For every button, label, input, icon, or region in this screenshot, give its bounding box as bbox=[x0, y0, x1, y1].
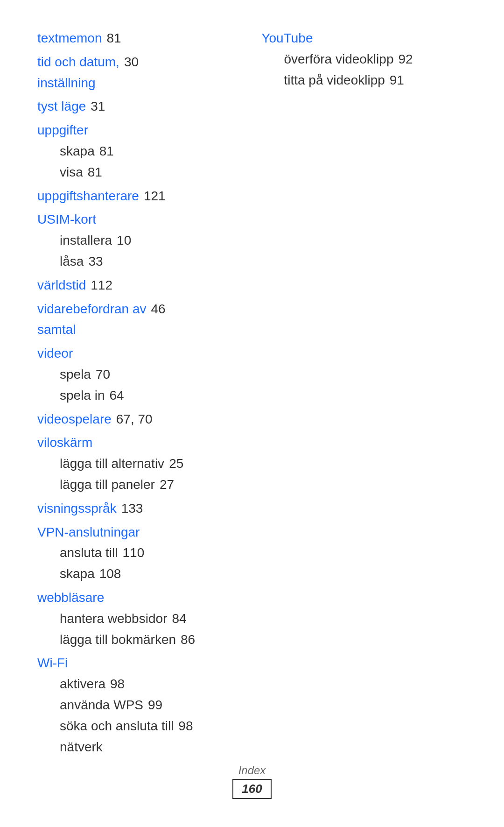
entry-sub-vpn: ansluta till 110 skapa 108 bbox=[37, 543, 233, 585]
sub-label-skapa-vpn: skapa bbox=[60, 564, 95, 585]
entry-varldstid: världstid 112 bbox=[37, 275, 233, 296]
entry-sub-wifi: aktivera 98 använda WPS 99 söka och ansl… bbox=[37, 674, 233, 757]
sub-label-lagga-till-alternativ: lägga till alternativ bbox=[60, 453, 164, 474]
index-columns: textmemon 81 tid och datum,inställning 3… bbox=[37, 28, 467, 760]
sub-label-lagga-till-bokmarken: lägga till bokmärken bbox=[60, 629, 176, 650]
sub-number-skapa: 81 bbox=[99, 141, 114, 162]
entry-viloskarm: viloskärm lägga till alternativ 25 lägga… bbox=[37, 432, 233, 495]
entry-tid-och-datum: tid och datum,inställning 30 bbox=[37, 52, 233, 94]
sub-label-installera: installera bbox=[60, 230, 112, 251]
entry-sub-usim: installera 10 låsa 33 bbox=[37, 230, 233, 272]
entry-label-youtube: YouTube bbox=[261, 28, 313, 49]
sub-label-soka: söka och ansluta tillnätverk bbox=[60, 716, 174, 758]
entry-label-videospelare: videospelare bbox=[37, 409, 112, 430]
entry-label-visningssprak: visningsspråk bbox=[37, 498, 117, 519]
entry-sub-uppgifter: skapa 81 visa 81 bbox=[37, 141, 233, 183]
sub-number-lagga-till-paneler: 27 bbox=[160, 474, 174, 495]
entry-visningssprak: visningsspråk 133 bbox=[37, 498, 233, 519]
sub-label-titta: titta på videoklipp bbox=[284, 70, 385, 91]
sub-number-skapa-vpn: 108 bbox=[99, 564, 121, 585]
sub-number-titta: 91 bbox=[390, 70, 404, 91]
entry-label-vpn: VPN-anslutningar bbox=[37, 522, 140, 543]
entry-vidarebefordran: vidarebefordran avsamtal 46 bbox=[37, 299, 233, 341]
sub-label-anvanda-wps: använda WPS bbox=[60, 695, 143, 716]
entry-wifi: Wi-Fi aktivera 98 använda WPS 99 söka oc… bbox=[37, 653, 233, 757]
sub-number-ansluta-till: 110 bbox=[123, 543, 145, 564]
sub-label-spela-in: spela in bbox=[60, 385, 105, 406]
entry-videor: videor spela 70 spela in 64 bbox=[37, 343, 233, 406]
entry-label-tyst: tyst läge bbox=[37, 96, 86, 117]
entry-label-webblesare: webbläsare bbox=[37, 587, 104, 608]
entry-label-viloskarm: viloskärm bbox=[37, 432, 92, 453]
sub-number-lagga-till-alternativ: 25 bbox=[169, 453, 183, 474]
sub-number-lagga-till-bokmarken: 86 bbox=[181, 629, 195, 650]
sub-label-aktivera: aktivera bbox=[60, 674, 105, 695]
sub-number-installera: 10 bbox=[117, 230, 131, 251]
entry-uppgifter: uppgifter skapa 81 visa 81 bbox=[37, 120, 233, 183]
sub-number-spela: 70 bbox=[96, 364, 110, 385]
entry-label-vidarebefordran: vidarebefordran avsamtal bbox=[37, 299, 146, 341]
entry-number-uppgiftshanterare: 121 bbox=[144, 186, 166, 207]
sub-label-ansluta-till: ansluta till bbox=[60, 543, 118, 564]
sub-label-spela: spela bbox=[60, 364, 91, 385]
entry-number-vidarebefordran: 46 bbox=[151, 299, 165, 320]
entry-youtube: YouTube överföra videoklipp 92 titta på … bbox=[261, 28, 467, 91]
entry-textmemon: textmemon 81 bbox=[37, 28, 233, 49]
entry-label-tid: tid och datum,inställning bbox=[37, 52, 119, 94]
page-footer: Index 160 bbox=[0, 764, 504, 799]
entry-usim-kort: USIM-kort installera 10 låsa 33 bbox=[37, 209, 233, 272]
sub-number-lasa: 33 bbox=[88, 251, 103, 272]
entry-label-uppgiftshanterare: uppgiftshanterare bbox=[37, 186, 139, 207]
sub-label-lasa: låsa bbox=[60, 251, 84, 272]
entry-label-videor: videor bbox=[37, 343, 73, 364]
sub-label-hantera-webbsidor: hantera webbsidor bbox=[60, 608, 167, 629]
sub-number-aktivera: 98 bbox=[110, 674, 125, 695]
entry-number-tyst: 31 bbox=[91, 96, 105, 117]
entry-number-videospelare: 67, 70 bbox=[116, 409, 153, 430]
entry-label-usim: USIM-kort bbox=[37, 209, 96, 230]
entry-webblesare: webbläsare hantera webbsidor 84 lägga ti… bbox=[37, 587, 233, 650]
sub-number-visa: 81 bbox=[88, 162, 102, 183]
entry-videospelare: videospelare 67, 70 bbox=[37, 409, 233, 430]
footer-page-number: 160 bbox=[232, 779, 271, 799]
sub-label-skapa: skapa bbox=[60, 141, 95, 162]
sub-label-visa: visa bbox=[60, 162, 83, 183]
entry-label-textmemon: textmemon bbox=[37, 28, 102, 49]
sub-number-hantera-webbsidor: 84 bbox=[172, 608, 186, 629]
sub-number-spela-in: 64 bbox=[110, 385, 124, 406]
footer-label: Index bbox=[238, 764, 266, 777]
entry-number-varldstid: 112 bbox=[91, 275, 112, 296]
sub-label-overfora: överföra videoklipp bbox=[284, 49, 393, 70]
entry-uppgiftshanterare: uppgiftshanterare 121 bbox=[37, 186, 233, 207]
sub-number-overfora: 92 bbox=[398, 49, 413, 70]
page-container: textmemon 81 tid och datum,inställning 3… bbox=[0, 0, 504, 827]
entry-number-tid: 30 bbox=[124, 52, 139, 73]
entry-number-textmemon: 81 bbox=[107, 28, 121, 49]
entry-label-uppgifter: uppgifter bbox=[37, 120, 88, 141]
entry-tyst-lage: tyst läge 31 bbox=[37, 96, 233, 117]
entry-sub-viloskarm: lägga till alternativ 25 lägga till pane… bbox=[37, 453, 233, 495]
entry-sub-videor: spela 70 spela in 64 bbox=[37, 364, 233, 406]
entry-sub-youtube: överföra videoklipp 92 titta på videokli… bbox=[261, 49, 467, 91]
entry-sub-webblesare: hantera webbsidor 84 lägga till bokmärke… bbox=[37, 608, 233, 650]
entry-vpn: VPN-anslutningar ansluta till 110 skapa … bbox=[37, 522, 233, 585]
entry-label-wifi: Wi-Fi bbox=[37, 653, 68, 674]
right-column: YouTube överföra videoklipp 92 titta på … bbox=[252, 28, 467, 93]
sub-number-anvanda-wps: 99 bbox=[148, 695, 162, 716]
sub-label-lagga-till-paneler: lägga till paneler bbox=[60, 474, 155, 495]
entry-label-varldstid: världstid bbox=[37, 275, 86, 296]
entry-number-visningssprak: 133 bbox=[121, 498, 143, 519]
left-column: textmemon 81 tid och datum,inställning 3… bbox=[37, 28, 252, 760]
sub-number-soka: 98 bbox=[178, 716, 193, 737]
